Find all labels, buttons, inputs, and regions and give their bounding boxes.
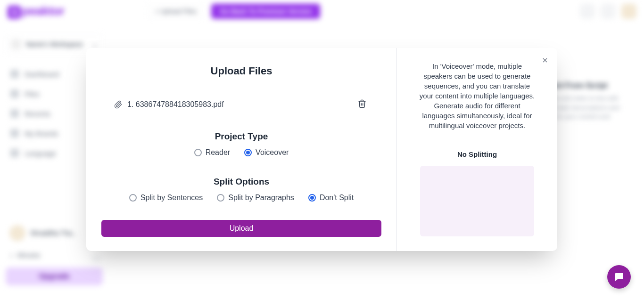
header-right (580, 4, 636, 19)
radio-icon (244, 149, 252, 156)
bg-footer-chip (91, 256, 101, 261)
radio-label: Split by Sentences (140, 194, 203, 202)
close-icon (541, 57, 549, 64)
upload-button[interactable]: Upload (101, 220, 381, 237)
trash-icon (357, 99, 367, 108)
chat-fab-button[interactable] (607, 265, 631, 289)
no-splitting-heading: No Splitting (457, 150, 497, 158)
split-options-heading: Split Options (214, 177, 269, 187)
split-paragraphs[interactable]: Split by Paragraphs (217, 194, 294, 202)
split-options-group: Split by Sentences Split by Paragraphs D… (129, 194, 354, 202)
premium-button-bg: Go Back To Premium Version (211, 4, 320, 19)
split-preview-box (420, 166, 534, 236)
file-name: 1. 638674788418305983.pdf (127, 100, 224, 109)
radio-icon (217, 194, 224, 202)
avatar (621, 4, 636, 19)
radio-icon (194, 149, 202, 156)
bell-icon (580, 4, 595, 19)
mode-info-text: In 'Voiceover' mode, multiple speakers c… (420, 61, 535, 130)
project-type-reader[interactable]: Reader (194, 148, 230, 157)
app-header: Speaktor + Upload Files Go Back To Premi… (0, 0, 644, 23)
radio-label: Voiceover (256, 148, 289, 157)
project-type-group: Reader Voiceover (194, 148, 289, 157)
radio-label: Don't Split (320, 194, 354, 202)
paperclip-icon (114, 100, 123, 109)
logo-badge: S (8, 6, 21, 19)
chat-icon (613, 271, 625, 283)
file-label: 1. 638674788418305983.pdf (114, 100, 224, 109)
modal-info-panel: In 'Voiceover' mode, multiple speakers c… (397, 48, 557, 251)
radio-label: Reader (206, 148, 230, 157)
project-type-heading: Project Type (215, 131, 268, 142)
workspace-icon (11, 39, 21, 49)
upload-files-chip: + Upload Files (147, 4, 204, 18)
split-sentences[interactable]: Split by Sentences (129, 194, 203, 202)
app-logo: Speaktor (8, 4, 64, 18)
radio-label: Split by Paragraphs (228, 194, 294, 202)
close-modal-button[interactable] (538, 54, 552, 68)
search-icon (601, 4, 616, 19)
modal-title: Upload Files (211, 65, 272, 77)
split-dont[interactable]: Don't Split (308, 194, 354, 202)
remove-file-button[interactable] (355, 97, 369, 112)
upload-modal: Upload Files 1. 638674788418305983.pdf P… (86, 48, 557, 251)
modal-main-panel: Upload Files 1. 638674788418305983.pdf P… (86, 48, 397, 251)
radio-icon (129, 194, 137, 202)
project-type-voiceover[interactable]: Voiceover (244, 148, 289, 157)
radio-icon (308, 194, 316, 202)
uploaded-file-row: 1. 638674788418305983.pdf (114, 97, 369, 112)
upgrade-button-bg: Upgrade (6, 267, 103, 285)
